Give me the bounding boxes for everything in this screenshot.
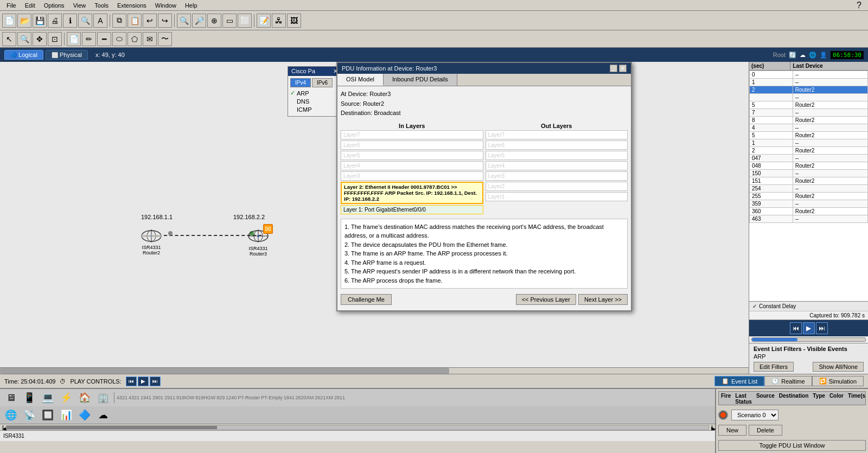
dev-icon-1[interactable]: 🖥 [2,391,20,404]
sim-row-1[interactable]: 1-- [750,79,868,86]
scroll-left-arrow[interactable]: ◀ [2,425,4,430]
scrollbar-thumb[interactable] [0,368,449,374]
pdu-in-layer1[interactable]: Layer 1: Port GigabitEthernet0/0/0 [341,205,483,214]
diagram-area[interactable]: Cisco Pa ✕ IPv4 IPv6 ✓ ARP ✓ DNS ✓ [0,62,749,374]
polygon-btn[interactable]: ⬠ [127,32,142,46]
select-mode-btn[interactable]: ↖ [2,32,16,46]
dev-icon-r5[interactable]: 🔷 [76,409,93,422]
delete-scenario-btn[interactable]: Delete [749,425,782,436]
status-play-end[interactable]: ⏭ [150,377,161,386]
play-back-btn[interactable]: ⏮ [790,322,802,334]
text-btn[interactable]: A [93,14,107,28]
sim-row-15[interactable]: 254-- [750,185,868,193]
sim-row-2[interactable]: 2Router2 [750,86,868,94]
nav-logical[interactable]: 🔵 Logical [4,50,43,60]
status-play-play[interactable]: ▶ [138,377,149,386]
topology-btn[interactable]: 🖧 [272,14,286,28]
cisco-ipv4-tab[interactable]: IPv4 [290,78,311,87]
play-fwd-btn[interactable]: ▶ [803,322,815,334]
edit-filters-btn[interactable]: Edit Filters [754,362,794,372]
sim-row-12[interactable]: 048Router2 [750,162,868,170]
sim-row-3[interactable]: -- [750,94,868,101]
note-btn[interactable]: 📄 [67,32,81,46]
dev-icon-r4[interactable]: 📊 [58,409,75,422]
menu-view[interactable]: View [69,2,91,9]
save-btn[interactable]: 💾 [33,14,47,28]
sim-row-17[interactable]: 359-- [750,200,868,208]
simulation-tab[interactable]: 🔁 Simulation [812,376,864,386]
status-play-begin[interactable]: ⏮ [126,377,137,386]
zoom-reset-btn[interactable]: ⊕ [207,14,221,28]
freeform-btn[interactable]: 〜 [158,32,172,46]
new-btn[interactable]: 📄 [2,14,16,28]
sim-row-8[interactable]: 5Router2 [750,132,868,139]
constant-delay-checkbox[interactable]: ✓ [752,303,757,309]
info-btn[interactable]: ℹ [63,14,77,28]
menu-window[interactable]: Window [151,2,181,9]
cisco-ipv6-tab[interactable]: IPv6 [312,78,333,87]
dev-icon-r3[interactable]: 🔲 [39,409,56,422]
pdu-tab-inbound[interactable]: Inbound PDU Details [384,74,457,86]
progress-bar-container[interactable] [751,337,866,342]
menu-extensions[interactable]: Extensions [113,2,151,9]
sim-row-9[interactable]: 1-- [750,139,868,147]
menu-edit[interactable]: Edit [21,2,40,9]
scroll-right-arrow[interactable]: ▶ [711,425,713,430]
device-scrollbar[interactable]: ◀ ▶ [0,424,715,430]
sim-row-14[interactable]: 151Router2 [750,177,868,185]
next-layer-btn[interactable]: Next Layer >> [578,294,628,305]
zoom-mode-btn[interactable]: 🔍 [17,32,31,46]
pdu-minimize-btn[interactable]: _ [610,65,617,72]
sim-scroll-area[interactable]: 0-- 1-- 2Router2 -- 5Router2 7-- 8Router… [749,71,868,301]
help-icon[interactable]: ? [852,1,866,10]
pdu-tab-osi[interactable]: OSI Model [337,74,384,86]
show-all-none-btn[interactable]: Show All/None [813,362,864,372]
menu-options[interactable]: Options [40,2,69,9]
copy-btn[interactable]: ⧉ [112,14,126,28]
router3[interactable]: ✉ ISR4331 Router3 [247,227,270,257]
challenge-me-btn[interactable]: Challenge Me [341,294,392,305]
sim-row-5[interactable]: 7-- [750,109,868,117]
open-btn[interactable]: 📂 [17,14,31,28]
dev-icon-r1[interactable]: 🌐 [2,409,20,422]
scenario-dropdown[interactable]: Scenario 0 [731,410,778,420]
zoom-in-btn[interactable]: 🔍 [177,14,191,28]
new-scenario-btn[interactable]: New [718,425,746,436]
oval-btn[interactable]: ⬭ [112,32,126,46]
dev-icon-r6[interactable]: ☁ [94,409,112,422]
paste-btn[interactable]: 📋 [127,14,142,28]
pdu-in-layer2[interactable]: Layer 2: Ethernet II Header 0001.9787.BC… [341,182,483,204]
dev-icon-4[interactable]: ⚡ [58,391,75,404]
dev-icon-r2[interactable]: 📡 [21,409,38,422]
dev-icon-2[interactable]: 📱 [21,391,38,404]
sim-row-0[interactable]: 0-- [750,71,868,79]
dev-icon-5[interactable]: 🏠 [76,391,93,404]
router2[interactable]: ISR4331 Router2 [140,227,163,256]
connect-btn[interactable]: ⊡ [48,32,62,46]
inspector-btn[interactable]: 🔍 [78,14,92,28]
print-btn[interactable]: 🖨 [48,14,62,28]
sim-row-13[interactable]: 150-- [750,170,868,177]
realtime-tab[interactable]: 🕐 Realtime [764,376,812,386]
line-btn[interactable]: ━ [97,32,111,46]
envelope-btn[interactable]: ✉ [143,32,157,46]
dev-icon-6[interactable]: 🏢 [94,391,112,404]
cluster-btn[interactable]: 🖼 [287,14,301,28]
sim-row-4[interactable]: 5Router2 [750,101,868,109]
rect-btn[interactable]: ▭ [222,14,237,28]
sim-row-7[interactable]: 4-- [750,124,868,132]
menu-help[interactable]: Help [181,2,202,9]
notes-btn[interactable]: 📝 [257,14,271,28]
sim-row-11[interactable]: 047-- [750,155,868,162]
nav-physical[interactable]: ⬜ Physical [46,50,88,60]
sim-row-18[interactable]: 360Router2 [750,208,868,215]
ellipse-btn[interactable]: ⬜ [238,14,252,28]
undo-btn[interactable]: ↩ [143,14,157,28]
dev-icon-3[interactable]: 💻 [39,391,56,404]
menu-file[interactable]: File [2,2,21,9]
sim-row-6[interactable]: 8Router2 [750,117,868,124]
move-btn[interactable]: ✥ [33,32,47,46]
play-end-btn[interactable]: ⏭ [816,322,828,334]
event-list-tab[interactable]: 📋 Event List [714,376,764,386]
sim-row-19[interactable]: 463-- [750,215,868,223]
